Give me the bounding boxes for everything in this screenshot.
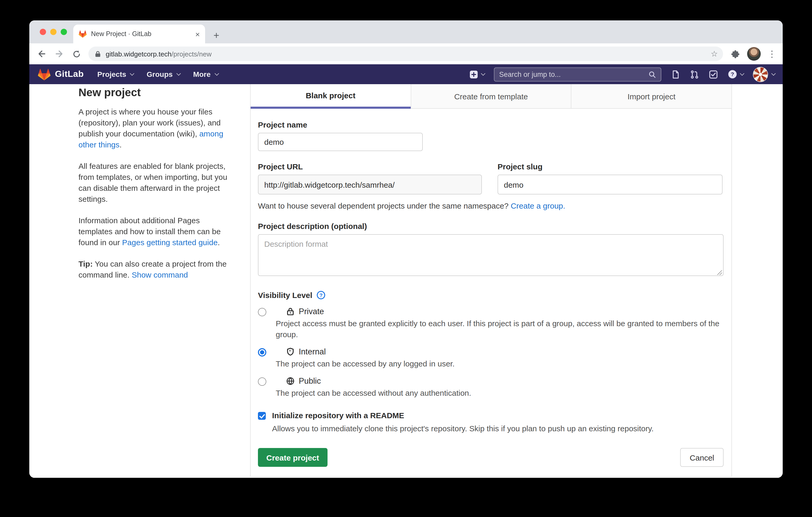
tab-blank-project[interactable]: Blank project xyxy=(251,84,410,109)
search-icon xyxy=(648,70,656,78)
browser-window: New Project · GitLab × + gitlab.widgetco… xyxy=(29,20,783,478)
readme-option: Initialize repository with a README Allo… xyxy=(258,411,724,434)
search-placeholder: Search or jump to... xyxy=(499,70,648,78)
tip-label: Tip: xyxy=(79,259,93,268)
reload-icon[interactable] xyxy=(71,49,82,59)
browser-toolbar: gitlab.widgetcorp.tech/projects/new ☆ ⋮ xyxy=(29,43,783,64)
help-icon: ? xyxy=(728,69,737,79)
gitlab-main-menu: Projects Groups More xyxy=(97,70,218,79)
shield-icon xyxy=(286,347,295,356)
sidebar-help-column: New project A project is where you house… xyxy=(79,86,231,291)
nav-groups-menu[interactable]: Groups xyxy=(147,70,180,79)
public-radio[interactable] xyxy=(258,377,266,386)
nav-more-menu[interactable]: More xyxy=(193,70,218,79)
create-project-button[interactable]: Create project xyxy=(258,448,327,467)
internal-option-label[interactable]: Internal xyxy=(299,347,326,357)
private-radio[interactable] xyxy=(258,308,266,316)
browser-menu-icon[interactable]: ⋮ xyxy=(767,48,776,59)
chevron-down-icon xyxy=(214,71,219,76)
globe-icon xyxy=(286,377,295,385)
internal-option-description: The project can be accessed by any logge… xyxy=(276,358,723,369)
new-project-panel: Blank project Create from template Impor… xyxy=(250,84,732,477)
readme-checkbox[interactable] xyxy=(258,412,266,420)
page-content: New project A project is where you house… xyxy=(29,84,783,478)
issues-icon[interactable] xyxy=(671,70,680,79)
nav-projects-menu[interactable]: Projects xyxy=(97,70,133,79)
sidebar-paragraph: Information about additional Pages templ… xyxy=(79,215,231,248)
chevron-down-icon xyxy=(481,71,485,76)
readme-description: Allows you to immediately clone this pro… xyxy=(272,423,724,434)
namespace-hint: Want to house several dependent projects… xyxy=(258,201,724,210)
window-controls xyxy=(40,29,67,35)
plus-square-icon xyxy=(469,70,478,79)
merge-requests-icon[interactable] xyxy=(690,70,699,79)
project-url-input[interactable] xyxy=(258,175,482,194)
help-menu[interactable]: ? xyxy=(728,69,743,79)
user-menu[interactable] xyxy=(753,67,774,82)
project-slug-label: Project slug xyxy=(498,162,723,171)
svg-text:?: ? xyxy=(319,293,323,298)
chevron-down-icon xyxy=(130,71,135,76)
gitlab-home-link[interactable]: GitLab xyxy=(38,68,84,81)
bookmark-star-icon[interactable]: ☆ xyxy=(711,49,718,59)
visibility-option-public: Public The project can be accessed witho… xyxy=(258,376,724,398)
chevron-down-icon xyxy=(740,71,744,76)
browser-profile-avatar[interactable] xyxy=(747,47,761,61)
close-window-button[interactable] xyxy=(40,29,46,35)
tab-title: New Project · GitLab xyxy=(91,30,191,38)
address-bar[interactable]: gitlab.widgetcorp.tech/projects/new ☆ xyxy=(88,47,723,61)
visibility-option-private: Private Project access must be granted e… xyxy=(258,307,724,340)
fullscreen-window-button[interactable] xyxy=(61,29,67,35)
create-a-group-link[interactable]: Create a group. xyxy=(511,201,565,210)
forward-icon[interactable] xyxy=(54,49,64,59)
new-item-menu[interactable] xyxy=(469,70,484,79)
show-command-link[interactable]: Show command xyxy=(132,270,188,279)
project-url-label: Project URL xyxy=(258,162,482,171)
visibility-help-icon[interactable]: ? xyxy=(317,291,325,300)
page-title: New project xyxy=(79,86,231,99)
blank-project-form: Project name Project URL Project slug Wa… xyxy=(251,109,731,476)
url-host: gitlab.widgetcorp.tech xyxy=(106,50,172,58)
project-name-label: Project name xyxy=(258,120,724,129)
internal-radio[interactable] xyxy=(258,348,266,357)
lock-icon xyxy=(286,307,295,316)
search-input[interactable]: Search or jump to... xyxy=(494,67,661,81)
sidebar-paragraph: All features are enabled for blank proje… xyxy=(79,160,231,204)
gitlab-navbar: GitLab Projects Groups More Search or ju… xyxy=(29,64,783,84)
chevron-down-icon xyxy=(176,71,181,76)
public-option-label[interactable]: Public xyxy=(299,376,321,386)
cancel-button[interactable]: Cancel xyxy=(680,448,724,467)
sidebar-tip: Tip: You can also create a project from … xyxy=(79,258,231,280)
tab-close-icon[interactable]: × xyxy=(195,30,200,38)
svg-text:?: ? xyxy=(731,71,734,77)
desktop-background: New Project · GitLab × + gitlab.widgetco… xyxy=(0,0,812,517)
public-option-description: The project can be accessed without any … xyxy=(276,387,723,398)
project-description-label: Project description (optional) xyxy=(258,222,724,231)
project-description-input[interactable] xyxy=(258,234,724,276)
chevron-down-icon xyxy=(771,71,776,76)
project-name-input[interactable] xyxy=(258,133,423,151)
todos-icon[interactable] xyxy=(709,70,718,79)
private-option-label[interactable]: Private xyxy=(299,307,324,316)
minimize-window-button[interactable] xyxy=(50,29,57,35)
pages-guide-link[interactable]: Pages getting started guide xyxy=(122,238,218,247)
private-option-description: Project access must be granted explicitl… xyxy=(276,318,723,340)
brand-name: GitLab xyxy=(55,69,84,80)
new-tab-button[interactable]: + xyxy=(213,30,219,40)
tab-import-project[interactable]: Import project xyxy=(572,84,731,109)
project-type-tabs: Blank project Create from template Impor… xyxy=(251,84,731,109)
gitlab-favicon-icon xyxy=(79,30,87,38)
user-avatar xyxy=(753,67,768,82)
readme-label[interactable]: Initialize repository with a README xyxy=(272,411,404,420)
tab-create-from-template[interactable]: Create from template xyxy=(410,84,571,109)
back-icon[interactable] xyxy=(37,49,47,59)
gitlab-logo-icon xyxy=(38,68,51,81)
extensions-puzzle-icon[interactable] xyxy=(730,49,740,59)
visibility-option-internal: Internal The project can be accessed by … xyxy=(258,347,724,369)
browser-titlebar: New Project · GitLab × + xyxy=(29,20,783,43)
resize-grip-icon[interactable] xyxy=(717,270,722,275)
visibility-level-label: Visibility Level xyxy=(258,291,312,300)
browser-tab[interactable]: New Project · GitLab × xyxy=(73,25,205,43)
https-lock-icon[interactable] xyxy=(95,51,101,57)
project-slug-input[interactable] xyxy=(498,175,723,194)
